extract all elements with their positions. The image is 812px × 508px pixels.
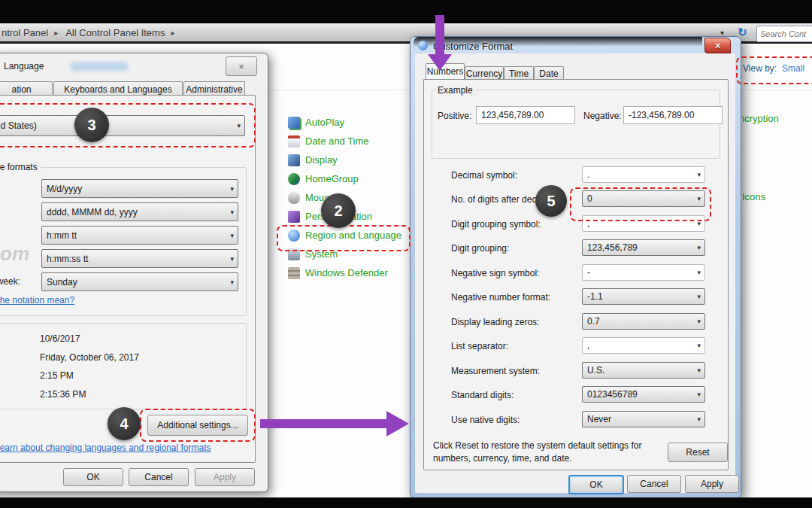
decimal-symbol-select[interactable]: .▾ xyxy=(582,166,705,183)
chevron-down-icon: ▾ xyxy=(230,208,234,215)
list-separator-label: List separator: xyxy=(451,341,508,351)
chevron-down-icon: ▾ xyxy=(230,278,234,285)
learn-online-link[interactable]: o learn about changing languages and reg… xyxy=(0,443,211,453)
long-date-select[interactable]: dddd, MMMM dd, yyyy▾ xyxy=(41,202,238,221)
notation-help-link[interactable]: s the notation mean? xyxy=(0,295,74,306)
cp-item-date-and-time[interactable]: Date and Time xyxy=(288,132,408,151)
blurred-watermark xyxy=(70,62,129,71)
personalization-icon xyxy=(288,211,300,223)
decimal-symbol-label: Decimal symbol: xyxy=(451,170,517,181)
digit-grouping-label: Digit grouping: xyxy=(451,243,509,254)
cp-item-autoplay[interactable]: AutoPlay xyxy=(288,113,408,132)
tab-administrative[interactable]: Administrative xyxy=(183,81,245,96)
value: . xyxy=(587,169,589,180)
chevron-down-icon: ▾ xyxy=(230,231,234,239)
digit-grouping-symbol-label: Digit grouping symbol: xyxy=(451,219,541,230)
close-icon[interactable]: × xyxy=(704,38,731,53)
step-badge-3: 3 xyxy=(74,108,109,142)
value: Never xyxy=(587,414,611,424)
cp-item-homegroup[interactable]: HomeGroup xyxy=(288,169,408,188)
bottom-black-bar xyxy=(0,497,812,508)
arrow-right-head xyxy=(386,411,409,437)
close-icon[interactable]: × xyxy=(226,56,257,76)
tab-location[interactable]: ation xyxy=(0,81,53,96)
value: 0123456789 xyxy=(587,389,638,400)
short-date-select[interactable]: M/d/yyyy▾ xyxy=(41,179,238,198)
cp-item-windows-defender[interactable]: Windows Defender xyxy=(288,263,408,282)
short-time-select[interactable]: h:mm tt▾ xyxy=(41,226,238,245)
breadcrumb-all-items[interactable]: All Control Panel Items xyxy=(65,27,165,38)
cp-item-encryption-fragment[interactable]: ncryption xyxy=(739,113,779,124)
ok-button[interactable]: OK xyxy=(63,468,123,486)
customize-dialog-title: Customize Format xyxy=(433,41,513,52)
value: U.S. xyxy=(587,365,604,376)
chevron-down-icon: ▾ xyxy=(697,367,701,374)
first-day-value: Sunday xyxy=(47,277,77,287)
homegroup-icon xyxy=(288,173,300,185)
arrow-down-stem xyxy=(435,15,444,54)
value: 123,456,789 xyxy=(587,242,638,253)
datetime-group-label: ime formats xyxy=(0,162,41,172)
cp-item-display[interactable]: Display xyxy=(288,151,408,169)
display-icon xyxy=(288,154,300,166)
apply-button[interactable]: Apply xyxy=(195,468,255,486)
reset-note-line1: Click Reset to restore the system defaul… xyxy=(433,440,641,451)
standard-digits-label: Standard digits: xyxy=(451,390,514,400)
cp-item-label: Display xyxy=(305,154,338,166)
annotation-box-digits-select xyxy=(570,187,711,221)
chevron-down-icon: ▾ xyxy=(697,293,701,300)
positive-example-field[interactable]: 123,456,789.00 xyxy=(476,106,575,124)
example-short-date-value: 10/6/2017 xyxy=(40,333,80,344)
negative-number-format-label: Negative number format: xyxy=(451,292,550,303)
example-short-time-value: 2:15 PM xyxy=(40,370,74,381)
cp-item-icons-fragment[interactable]: Icons xyxy=(742,191,765,202)
top-black-bar xyxy=(0,0,812,23)
positive-label: Positive: xyxy=(438,111,471,121)
arrow-down-head xyxy=(428,54,452,71)
reset-button[interactable]: Reset xyxy=(668,443,728,462)
measurement-system-select[interactable]: U.S.▾ xyxy=(582,362,705,379)
value: 0.7 xyxy=(587,316,600,327)
use-native-digits-select[interactable]: Never▾ xyxy=(582,411,705,427)
use-native-digits-label: Use native digits: xyxy=(451,415,520,425)
search-input[interactable] xyxy=(756,26,812,42)
chevron-down-icon: ▾ xyxy=(697,318,701,325)
defender-icon xyxy=(288,267,300,279)
cp-item-label: Date and Time xyxy=(305,135,369,147)
negative-number-format-select[interactable]: -1.1▾ xyxy=(582,288,705,305)
first-day-select[interactable]: Sunday▾ xyxy=(41,272,238,291)
negative-sign-symbol-select[interactable]: -▾ xyxy=(582,264,705,281)
example-group xyxy=(432,90,720,159)
breadcrumb-control-panel[interactable]: ntrol Panel xyxy=(2,27,48,38)
annotation-box-format-select xyxy=(0,103,256,148)
step-badge-5: 5 xyxy=(535,185,567,217)
negative-example-field[interactable]: -123,456,789.00 xyxy=(623,106,723,124)
standard-digits-select[interactable]: 0123456789▾ xyxy=(582,386,705,403)
dialog-icon xyxy=(418,41,428,50)
cp-item-label: AutoPlay xyxy=(305,117,344,128)
list-separator-select[interactable]: ,▾ xyxy=(582,337,705,354)
customize-format-dialog: Customize Format × Numbers Currency Time… xyxy=(410,36,741,498)
long-time-select[interactable]: h:mm:ss tt▾ xyxy=(41,249,238,268)
step-badge-2: 2 xyxy=(321,193,356,228)
cancel-button[interactable]: Cancel xyxy=(627,475,681,493)
arrow-right-stem xyxy=(260,419,388,428)
chevron-down-icon: ▾ xyxy=(697,244,701,251)
chevron-down-icon: ▾ xyxy=(697,391,701,398)
tab-keyboards-languages[interactable]: Keyboards and Languages xyxy=(53,81,183,96)
examples-group xyxy=(0,323,247,409)
date-and-time-icon xyxy=(288,135,300,148)
value: -1.1 xyxy=(587,291,603,302)
annotation-box-view-by xyxy=(736,56,812,84)
example-long-date-value: Friday, October 06, 2017 xyxy=(40,352,139,363)
digit-grouping-select[interactable]: 123,456,789▾ xyxy=(582,239,705,256)
display-leading-zeros-select[interactable]: 0.7▾ xyxy=(582,313,705,330)
cancel-button[interactable]: Cancel xyxy=(129,468,189,486)
example-group-label: Example xyxy=(438,85,476,96)
apply-button[interactable]: Apply xyxy=(685,475,739,493)
ok-button[interactable]: OK xyxy=(568,475,624,494)
first-day-label: f week: xyxy=(0,276,20,287)
autoplay-icon xyxy=(288,117,300,129)
chevron-down-icon: ▾ xyxy=(697,342,701,349)
chevron-down-icon: ▾ xyxy=(697,269,701,276)
